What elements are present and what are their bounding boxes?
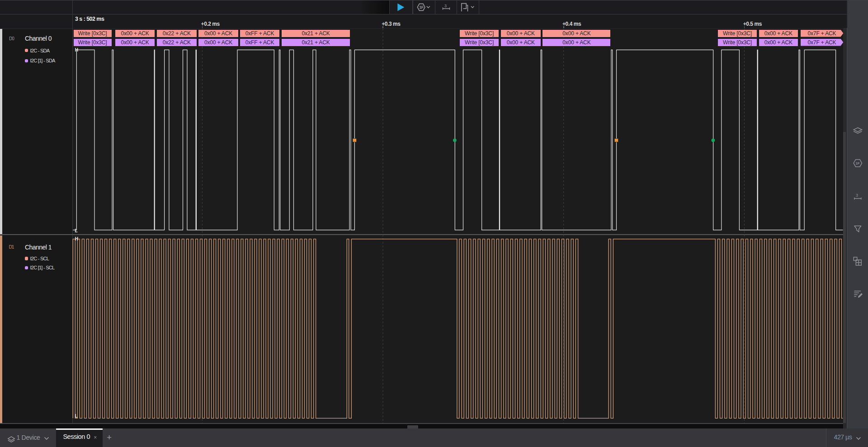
svg-text:1F: 1F: [856, 161, 860, 165]
svg-text:3: 3: [856, 193, 858, 198]
svg-text:H: H: [75, 47, 78, 52]
svg-text:L: L: [75, 228, 77, 233]
svg-text:1F: 1F: [419, 5, 424, 9]
svg-text:3: 3: [444, 4, 447, 8]
svg-text:H: H: [75, 236, 78, 241]
svg-text:L: L: [75, 414, 78, 419]
